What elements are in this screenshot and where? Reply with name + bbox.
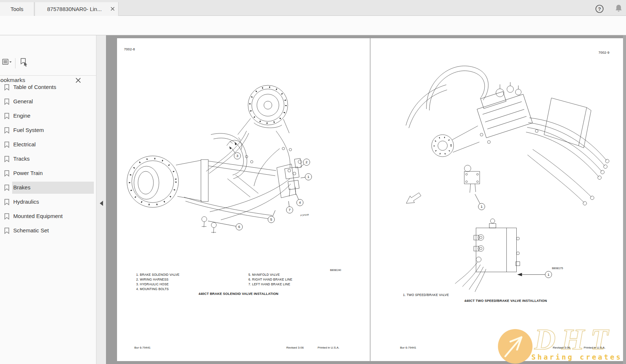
parts-list-col1: 1. BRAKE SOLENOID VALVE2. WIRING HARNESS… bbox=[136, 272, 180, 292]
sidebar-item-general[interactable]: General bbox=[0, 94, 96, 109]
svg-text:1: 1 bbox=[307, 175, 309, 179]
svg-text:?: ? bbox=[598, 6, 601, 12]
bookmark-icon bbox=[4, 170, 10, 177]
two-speed-brake-valve-diagram: 11 bbox=[371, 38, 623, 361]
bookmark-icon bbox=[4, 98, 10, 105]
bookmark-icon bbox=[4, 156, 10, 163]
bookmark-icon bbox=[4, 213, 10, 220]
sidebar-item-tracks[interactable]: Tracks bbox=[0, 152, 96, 166]
bookmark-icon bbox=[4, 199, 10, 206]
sidebar-item-label: General bbox=[13, 98, 33, 104]
sidebar-item-power-train[interactable]: Power Train bbox=[0, 166, 96, 181]
callout-3: 3 bbox=[232, 149, 241, 159]
footer-revised: Revised 3-06 bbox=[553, 346, 570, 349]
help-icon[interactable]: ? bbox=[595, 4, 604, 14]
sidebar-item-label: Brakes bbox=[13, 184, 31, 190]
options-icon[interactable] bbox=[2, 57, 13, 68]
tab-document[interactable]: 87578830NAR0- Lin... bbox=[35, 2, 119, 16]
figure-code: B806E275 bbox=[532, 267, 563, 270]
close-tab-icon[interactable] bbox=[110, 7, 115, 11]
bookmark-icon bbox=[4, 141, 10, 148]
add-bookmark-icon[interactable] bbox=[19, 57, 30, 68]
svg-text:5: 5 bbox=[270, 217, 272, 221]
page-number-header: 7002-8 bbox=[124, 47, 135, 51]
page-number-header: 7002-9 bbox=[591, 51, 609, 54]
part-item: 2. WIRING HARNESS bbox=[136, 277, 180, 282]
sidebar-item-label: Hydraulics bbox=[13, 199, 39, 205]
sidebar-item-label: Schematic Set bbox=[13, 227, 49, 233]
svg-text:7: 7 bbox=[289, 208, 290, 212]
sidebar-item-schematic-set[interactable]: Schematic Set bbox=[0, 224, 96, 238]
sidebar-item-engine[interactable]: Engine bbox=[0, 109, 96, 123]
bookmark-icon bbox=[4, 227, 10, 234]
figure-caption: 440CT BRAKE SOLENOID VALVE INSTALLATION bbox=[165, 292, 312, 296]
footer-printed: Printed in U.S.A. bbox=[584, 346, 605, 349]
sidebar-item-mounted-equipment[interactable]: Mounted Equipment bbox=[0, 209, 96, 224]
document-page-right: 11 7002-9 B806E275 1. TWO SPEED/BRAKE VA… bbox=[370, 38, 623, 361]
footer-revised: Revised 3-06 bbox=[286, 346, 304, 349]
callout-4: 4 bbox=[296, 194, 303, 206]
bookmark-icon bbox=[4, 184, 10, 191]
parts-list-col2: 5. MANIFOLD VALVE6. RIGHT HAND BRAKE LIN… bbox=[248, 272, 292, 287]
svg-text:2: 2 bbox=[305, 160, 307, 164]
sidebar-item-electrical[interactable]: Electrical bbox=[0, 138, 96, 152]
callout-1: 1 bbox=[301, 174, 312, 180]
svg-text:6: 6 bbox=[238, 225, 240, 229]
part-item: 5. MANIFOLD VALVE bbox=[248, 272, 292, 277]
divider bbox=[15, 58, 15, 68]
sidebar-item-label: Mounted Equipment bbox=[13, 213, 63, 219]
sidebar-item-label: Fuel System bbox=[13, 127, 44, 133]
sidebar-item-label: Power Train bbox=[13, 170, 43, 176]
callout-1: 1 bbox=[475, 194, 485, 210]
callout-1: 1 bbox=[522, 271, 552, 278]
figure-caption: 440CT TWO SPEED/BRAKE VALVE INSTALLATION bbox=[432, 299, 579, 303]
brake-solenoid-diagram: 3214756 bbox=[117, 38, 370, 361]
toolbar: / 697 bbox=[0, 16, 626, 35]
tab-tools-label: Tools bbox=[10, 6, 23, 12]
tab-tools[interactable]: Tools bbox=[0, 2, 34, 16]
callout-5: 5 bbox=[268, 210, 275, 223]
tab-document-label: 87578830NAR0- Lin... bbox=[47, 6, 102, 12]
svg-text:4: 4 bbox=[299, 200, 301, 204]
part-item: 6. RIGHT HAND BRAKE LINE bbox=[248, 277, 292, 282]
footer-doc-number: Bur 6-79441 bbox=[134, 346, 151, 349]
notifications-bell-icon[interactable] bbox=[614, 4, 623, 13]
part-item: 1. TWO SPEED/BRAKE VALVE bbox=[403, 293, 449, 297]
footer-printed: Printed in U.S.A. bbox=[318, 346, 339, 349]
bookmark-icon bbox=[4, 127, 10, 134]
sidebar-item-label: Electrical bbox=[13, 141, 36, 147]
sidebar-item-label: Table of Contents bbox=[13, 84, 56, 90]
sidebar-item-hydraulics[interactable]: Hydraulics bbox=[0, 195, 96, 209]
sidebar-item-table-of-contents[interactable]: Table of Contents bbox=[0, 80, 96, 94]
bookmarks-panel: Bookmarks Table of ContentsGeneralEngine… bbox=[0, 35, 96, 364]
footer-doc-number: Bur 6-79441 bbox=[400, 346, 416, 349]
document-canvas[interactable]: 3214756 7002-8 FOP64B B806E240 1. BRAKE … bbox=[106, 35, 626, 364]
callout-7: 7 bbox=[286, 201, 293, 213]
svg-text:3: 3 bbox=[236, 154, 238, 158]
sidebar-item-label: Tracks bbox=[13, 156, 29, 162]
part-item: 4. MOUNTING BOLTS bbox=[136, 287, 180, 292]
panel-splitter[interactable] bbox=[96, 35, 106, 364]
vertical-scrollbar[interactable] bbox=[623, 35, 626, 364]
bookmark-icon bbox=[4, 113, 10, 119]
divider bbox=[0, 75, 96, 76]
svg-text:1: 1 bbox=[548, 272, 549, 276]
collapse-panel-icon[interactable] bbox=[100, 201, 103, 206]
document-page-left: 3214756 7002-8 FOP64B B806E240 1. BRAKE … bbox=[117, 38, 370, 361]
bookmark-list: Table of ContentsGeneralEngineFuel Syste… bbox=[0, 80, 96, 238]
figure-code: B806E240 bbox=[310, 269, 341, 271]
sidebar-item-fuel-system[interactable]: Fuel System bbox=[0, 123, 96, 138]
svg-text:1: 1 bbox=[481, 204, 482, 208]
sidebar-item-brakes[interactable]: Brakes bbox=[0, 181, 96, 195]
bookmark-icon bbox=[4, 84, 10, 91]
part-item: 7. LEFT HAND BRAKE LINE bbox=[248, 282, 292, 287]
parts-list: 1. TWO SPEED/BRAKE VALVE bbox=[403, 293, 449, 297]
part-item: 3. HYDRAULIC HOSE bbox=[136, 282, 180, 287]
tab-bar: Tools 87578830NAR0- Lin... ? bbox=[0, 0, 626, 16]
callout-6: 6 bbox=[208, 221, 243, 230]
part-item: 1. BRAKE SOLENOID VALVE bbox=[136, 272, 180, 277]
sidebar-item-label: Engine bbox=[13, 113, 31, 119]
